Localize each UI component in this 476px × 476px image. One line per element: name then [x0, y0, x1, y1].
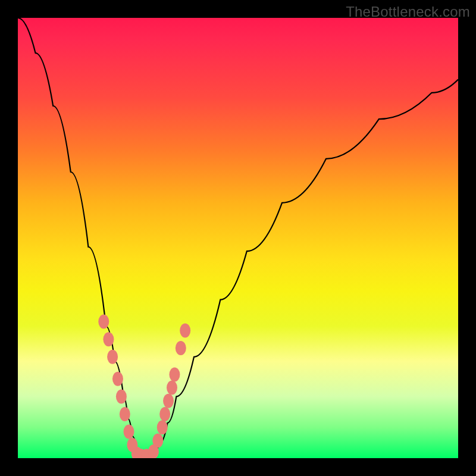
highlight-point — [116, 389, 127, 403]
watermark-text: TheBottleneck.com — [346, 4, 470, 20]
highlight-point — [163, 394, 174, 408]
highlight-point — [107, 350, 118, 364]
highlight-point — [180, 323, 190, 337]
highlight-point — [103, 332, 114, 346]
highlight-point — [167, 381, 177, 395]
highlight-point — [123, 425, 134, 439]
highlight-point — [157, 420, 168, 434]
highlight-point — [152, 433, 163, 447]
highlight-point — [176, 341, 186, 355]
highlight-point — [98, 315, 109, 329]
highlight-point — [159, 407, 170, 421]
highlight-point — [112, 372, 123, 386]
chart-container: TheBottleneck.com — [0, 0, 476, 476]
curve-layer — [18, 18, 458, 458]
plot-area — [18, 18, 458, 458]
bottleneck-curve — [18, 18, 458, 458]
highlight-point — [169, 367, 180, 381]
highlight-point — [120, 407, 130, 421]
highlighted-points-group — [98, 315, 190, 458]
